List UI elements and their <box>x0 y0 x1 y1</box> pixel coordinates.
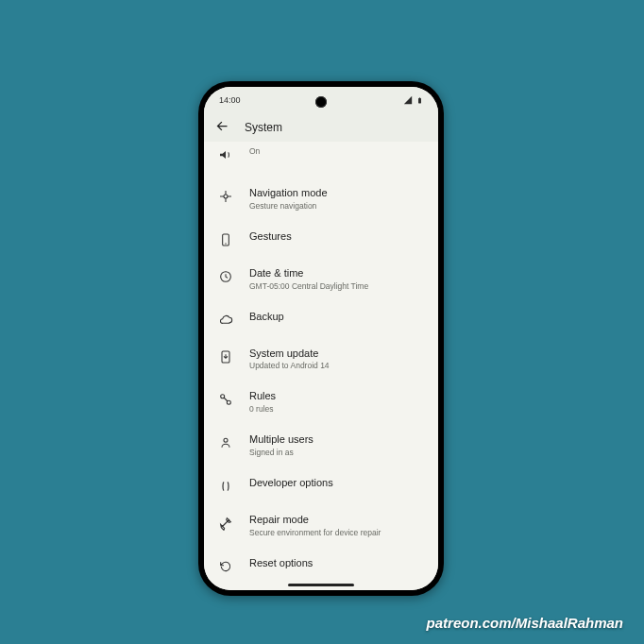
list-item[interactable]: Date & time GMT-05:00 Central Daylight T… <box>204 258 438 301</box>
developer-icon <box>217 478 234 495</box>
list-item[interactable]: Repair mode Secure environment for devic… <box>204 504 438 548</box>
rules-icon <box>217 391 234 408</box>
list-item[interactable]: Developer options <box>204 467 438 504</box>
list-item[interactable]: Reset options <box>204 548 438 585</box>
cloud-icon <box>217 312 234 329</box>
svg-point-4 <box>225 243 226 244</box>
list-item[interactable]: Gestures <box>204 221 438 258</box>
item-title: System update <box>249 347 425 361</box>
item-subtitle: Gesture navigation <box>249 201 425 212</box>
item-title: Date & time <box>249 267 425 280</box>
list-item[interactable]: Navigation mode Gesture navigation <box>204 178 438 221</box>
item-title: Reset options <box>249 557 425 570</box>
item-title: Gestures <box>249 230 425 244</box>
svg-point-9 <box>224 439 228 443</box>
svg-rect-0 <box>418 97 421 103</box>
item-subtitle: On <box>249 146 425 157</box>
settings-list: On Navigation mode Gesture navigation Ge… <box>204 142 438 590</box>
status-icons <box>403 95 423 106</box>
item-subtitle: GMT-05:00 Central Daylight Time <box>249 281 425 292</box>
item-subtitle: Secure environment for device repair <box>249 528 425 538</box>
camera-punch-hole <box>315 96 327 108</box>
clock-icon <box>217 268 234 285</box>
svg-point-2 <box>224 195 228 198</box>
item-title: Navigation mode <box>249 187 425 200</box>
back-icon[interactable] <box>215 119 229 136</box>
status-time: 14:00 <box>219 95 241 105</box>
page-title: System <box>245 121 282 134</box>
item-title: Rules <box>249 390 425 403</box>
screen: 14:00 System On <box>204 87 438 590</box>
volume-icon <box>217 146 234 163</box>
item-subtitle: 0 rules <box>249 404 425 415</box>
navigation-icon <box>217 188 234 205</box>
item-title: Backup <box>249 311 425 324</box>
watermark-credit: patreon.com/MishaalRahman <box>427 615 623 631</box>
item-subtitle: Updated to Android 14 <box>249 361 425 371</box>
signal-icon <box>403 95 413 105</box>
repair-icon <box>217 515 234 532</box>
item-title: Developer options <box>249 477 425 490</box>
update-icon <box>217 348 234 365</box>
list-item[interactable]: Rules 0 rules <box>204 381 438 424</box>
reset-icon <box>217 558 234 575</box>
svg-rect-1 <box>419 97 420 98</box>
app-bar: System <box>204 113 438 142</box>
gestures-icon <box>217 231 234 248</box>
list-item[interactable]: On <box>204 142 438 178</box>
phone-frame: 14:00 System On <box>198 81 444 596</box>
list-item[interactable]: System update Updated to Android 14 <box>204 338 438 381</box>
users-icon <box>217 434 234 451</box>
list-item[interactable]: Multiple users Signed in as <box>204 424 438 467</box>
item-title: Repair mode <box>249 514 425 527</box>
list-item[interactable]: Backup <box>204 301 438 338</box>
item-subtitle: Signed in as <box>249 448 425 458</box>
item-title: Multiple users <box>249 433 425 447</box>
battery-icon <box>416 95 423 106</box>
nav-bar-pill[interactable] <box>288 584 354 586</box>
